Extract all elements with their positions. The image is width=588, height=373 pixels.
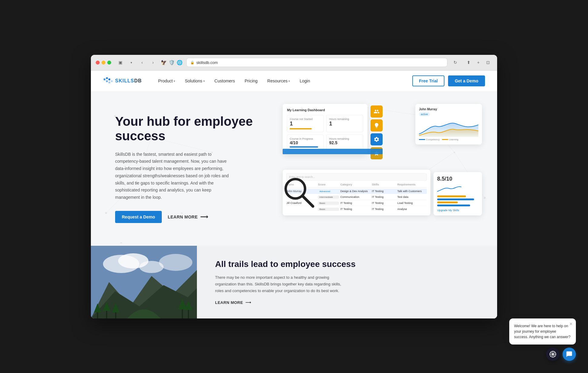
row4-requirements: Analyse <box>397 208 424 211</box>
score-mini-chart <box>437 184 478 193</box>
lightbulb-icon-box <box>370 119 383 132</box>
row1-skills: IT Testing <box>372 190 396 193</box>
mountain-image <box>91 246 197 318</box>
course-not-started-value: 1 <box>290 121 321 127</box>
chart-legend: Competency Learning <box>419 138 478 141</box>
bar-blue-2 <box>437 205 470 206</box>
share-button[interactable]: ⬆ <box>464 58 473 67</box>
legend-line-blue <box>419 139 425 140</box>
minimize-button[interactable] <box>101 61 105 65</box>
hero-left: Your hub for employee success SkillsDB i… <box>91 92 274 246</box>
refresh-button[interactable]: ↻ <box>451 58 460 67</box>
add-tab-button[interactable]: + <box>474 58 483 67</box>
extension-icon-3[interactable]: 🌐 <box>177 60 183 65</box>
nav-product[interactable]: Product ▾ <box>154 76 179 86</box>
hero-description: SkillsDB is the fastest, smartest and ea… <box>115 151 236 201</box>
mountain-illustration <box>91 246 197 318</box>
learn-more-link[interactable]: LEARN MORE ⟶ <box>168 214 208 220</box>
bar-orange-1 <box>437 195 466 197</box>
chat-avatar[interactable] <box>546 348 560 361</box>
logo[interactable]: SKILLSDB <box>103 76 142 86</box>
close-button[interactable] <box>96 61 100 65</box>
sidebar-toggle[interactable]: ▣ <box>116 58 125 67</box>
bar-orange-2 <box>437 201 458 203</box>
arrow-icon: ⟶ <box>200 214 208 220</box>
section2-content: All trails lead to employee success Ther… <box>197 246 497 318</box>
chat-close-button[interactable]: ✕ <box>569 321 573 327</box>
nav-pricing[interactable]: Pricing <box>241 76 262 86</box>
legend-label-2: Learning <box>449 138 458 141</box>
get-demo-button[interactable]: Get a Demo <box>448 75 485 86</box>
chat-message: Welcome! We are here to help on your jou… <box>514 323 571 340</box>
product-chevron: ▾ <box>174 79 175 83</box>
extension-icon-2[interactable]: 🛡️ <box>169 60 175 65</box>
svg-point-32 <box>159 254 192 271</box>
hero-section: Your hub for employee success SkillsDB i… <box>91 92 497 246</box>
forward-button[interactable]: › <box>149 58 157 67</box>
svg-rect-4 <box>108 82 110 83</box>
request-demo-button[interactable]: Request a Demo <box>115 211 162 223</box>
course-not-started-label: Course not Started <box>290 118 321 121</box>
extension-icon-1[interactable]: 🦅 <box>161 60 167 65</box>
resources-label: Resources <box>267 78 287 83</box>
chevron-down-icon[interactable]: ▾ <box>127 58 135 67</box>
orange-progress-bar <box>290 128 312 129</box>
legend-label-1: Competency <box>426 138 440 141</box>
chat-avatars <box>546 348 576 361</box>
hours-remaining-stat: Hours remaining 1 <box>326 115 363 132</box>
row4-score: Basic <box>318 208 339 211</box>
free-trial-button[interactable]: Free Trial <box>412 75 444 86</box>
hours-remaining-value: 1 <box>329 121 360 127</box>
chat-widget: ✕ Welcome! We are here to help on your j… <box>509 318 576 361</box>
row2-category: Communication <box>340 195 370 199</box>
svg-rect-5 <box>111 80 113 82</box>
row1-category: Design & Dev Analysis <box>340 190 370 193</box>
browser-toolbar: ▣ ▾ ‹ › 🦅 🛡️ 🌐 🔒 skillsdb.com ↻ ⬆ + ⊡ <box>91 55 497 71</box>
row2-requirements: Test data <box>397 195 424 199</box>
nav-links: Product ▾ Solutions ▾ Customers Pricing … <box>154 76 412 86</box>
maximize-button[interactable] <box>107 61 111 65</box>
nav-actions: Free Trial Get a Demo <box>412 75 485 86</box>
score-card: 8.5/10 <box>434 172 482 215</box>
upgrade-skills-link[interactable]: Upgrade My Skills <box>437 209 478 212</box>
learn-more-text: LEARN MORE <box>168 215 198 219</box>
mini-line-chart <box>437 184 461 193</box>
score-bars <box>437 195 478 206</box>
row2-score: Intermediate <box>318 195 339 199</box>
tabs-button[interactable]: ⊡ <box>484 58 492 67</box>
back-button[interactable]: ‹ <box>138 58 146 67</box>
section2-arrow-icon: ⟶ <box>245 300 251 305</box>
nav-login[interactable]: Login <box>295 76 314 86</box>
hours-value-label: Hours remaining <box>329 137 360 140</box>
customers-label: Customers <box>214 78 235 83</box>
svg-rect-2 <box>108 78 110 80</box>
nav-customers[interactable]: Customers <box>210 76 239 86</box>
nav-solutions[interactable]: Solutions ▾ <box>181 76 209 86</box>
row3-requirements: Load Testing <box>397 201 424 205</box>
resources-chevron: ▾ <box>288 79 290 83</box>
learning-dashboard-title: My Learning Dashboard <box>287 108 363 112</box>
solutions-label: Solutions <box>185 78 202 83</box>
course-in-progress-stat: Course in Progress 4/10 <box>287 135 324 150</box>
score-bar-row-2 <box>437 198 478 200</box>
row1-score: Advanced <box>318 190 339 193</box>
hero-right: My Learning Dashboard Course not Started… <box>274 92 497 246</box>
col-header-category: Category <box>340 183 370 186</box>
legend-line-orange <box>442 139 448 140</box>
svg-line-27 <box>303 196 313 206</box>
nav-resources[interactable]: Resources ▾ <box>263 76 294 86</box>
address-bar[interactable]: 🔒 skillsdb.com <box>186 58 447 67</box>
logo-skills: SKILLS <box>115 78 134 83</box>
chart-area <box>419 119 478 137</box>
chat-open-button[interactable] <box>563 348 576 361</box>
svg-rect-0 <box>104 78 105 80</box>
chat-bubble: ✕ Welcome! We are here to help on your j… <box>509 318 576 345</box>
section2-description: There may be no more important aspect to… <box>215 274 342 294</box>
section2-learn-more[interactable]: LEARN MORE ⟶ <box>215 300 479 305</box>
svg-rect-1 <box>106 77 108 79</box>
line-chart <box>419 119 478 137</box>
dashboard-illustration: My Learning Dashboard Course not Started… <box>283 101 488 237</box>
score-bar-row-3 <box>437 201 478 203</box>
hours-value: 92.5 <box>329 140 360 145</box>
score-value: 8.5/10 <box>437 176 478 182</box>
